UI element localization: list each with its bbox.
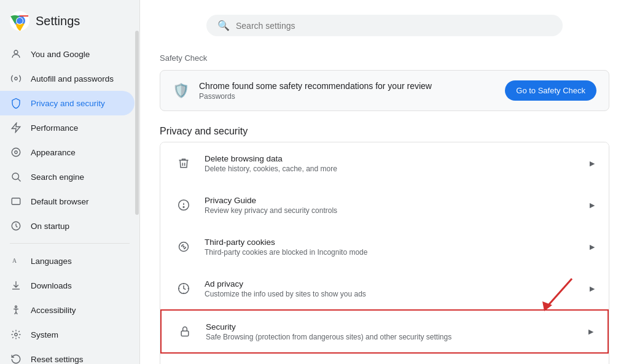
sidebar-label-search-engine: Search engine xyxy=(31,172,84,182)
search-icon: 🔍 xyxy=(217,20,230,31)
sidebar-divider xyxy=(10,243,130,244)
row-chevron-delete-browsing-data: ► xyxy=(588,158,596,168)
sidebar-item-you-and-google[interactable]: You and Google xyxy=(0,42,135,66)
settings-row-wrap-site-settings: Site settingsControls what information s… xyxy=(160,354,609,364)
row-desc-security: Safe Browsing (protection from dangerous… xyxy=(206,333,582,341)
sidebar-item-search-engine[interactable]: Search engine xyxy=(0,165,135,189)
row-icon-ad-privacy xyxy=(173,277,195,300)
safety-shield-icon: 🛡️ xyxy=(173,83,189,99)
row-icon-delete-browsing-data xyxy=(173,152,195,174)
sidebar-icon-privacy xyxy=(10,97,22,109)
settings-row-ad-privacy[interactable]: Ad privacyCustomize the info used by sit… xyxy=(160,268,609,309)
svg-line-9 xyxy=(18,179,20,181)
settings-row-site-settings[interactable]: Site settingsControls what information s… xyxy=(160,354,609,364)
svg-rect-10 xyxy=(12,198,20,205)
sidebar-label-system: System xyxy=(31,330,58,339)
sidebar-item-performance[interactable]: Performance xyxy=(0,115,135,140)
sidebar-icon-on-startup xyxy=(10,220,22,232)
sidebar-item-downloads[interactable]: Downloads xyxy=(0,273,135,298)
settings-row-privacy-guide[interactable]: Privacy GuideReview key privacy and secu… xyxy=(160,184,609,226)
row-title-ad-privacy: Ad privacy xyxy=(205,279,583,288)
row-icon-security xyxy=(174,320,196,343)
svg-point-3 xyxy=(17,18,23,24)
chrome-logo-icon xyxy=(10,11,29,31)
sidebar-item-appearance[interactable]: Appearance xyxy=(0,140,135,165)
settings-row-third-party-cookies[interactable]: Third-party cookiesThird-party cookies a… xyxy=(160,226,609,268)
sidebar-icon-appearance xyxy=(10,146,22,158)
sidebar-icon-search-engine xyxy=(10,171,22,183)
search-input[interactable] xyxy=(236,21,552,31)
safety-check-title: Chrome found some safety recommendations… xyxy=(199,81,495,91)
sidebar-label-appearance: Appearance xyxy=(31,148,76,157)
sidebar-items-container: You and GoogleAutofill and passwordsPriv… xyxy=(0,42,139,364)
row-icon-privacy-guide xyxy=(173,194,195,216)
row-desc-ad-privacy: Customize the info used by sites to show… xyxy=(205,290,583,298)
sidebar-label-you-and-google: You and Google xyxy=(31,50,90,59)
svg-point-18 xyxy=(15,333,18,336)
safety-check-label: Safety Check xyxy=(160,53,609,63)
settings-row-wrap-security: SecuritySafe Browsing (protection from d… xyxy=(160,309,609,354)
sidebar: Settings You and GoogleAutofill and pass… xyxy=(0,0,140,364)
sidebar-icon-default-browser xyxy=(10,195,22,207)
sidebar-header: Settings xyxy=(0,5,139,42)
svg-point-4 xyxy=(14,50,18,54)
row-icon-third-party-cookies xyxy=(173,236,195,258)
svg-point-8 xyxy=(12,173,19,180)
row-text-third-party-cookies: Third-party cookiesThird-party cookies a… xyxy=(205,238,583,257)
main-content: 🔍 Safety Check 🛡️ Chrome found some safe… xyxy=(140,0,629,364)
safety-check-text: Chrome found some safety recommendations… xyxy=(199,81,495,101)
safety-check-subtitle: Passwords xyxy=(199,92,495,101)
sidebar-icon-languages: A xyxy=(10,255,22,267)
sidebar-label-downloads: Downloads xyxy=(31,281,72,290)
row-title-third-party-cookies: Third-party cookies xyxy=(205,238,583,247)
sidebar-item-default-browser[interactable]: Default browser xyxy=(0,189,135,214)
sidebar-item-autofill[interactable]: Autofill and passwords xyxy=(0,66,135,91)
row-chevron-third-party-cookies: ► xyxy=(588,242,596,252)
sidebar-label-accessibility: Accessibility xyxy=(31,306,76,315)
svg-point-5 xyxy=(15,77,18,80)
privacy-section-title: Privacy and security xyxy=(160,126,609,137)
row-desc-third-party-cookies: Third-party cookies are blocked in Incog… xyxy=(205,248,583,257)
row-desc-privacy-guide: Review key privacy and security controls xyxy=(205,206,583,215)
settings-row-security[interactable]: SecuritySafe Browsing (protection from d… xyxy=(160,309,609,354)
sidebar-icon-autofill xyxy=(10,72,22,85)
svg-text:A: A xyxy=(12,257,17,264)
settings-row-delete-browsing-data[interactable]: Delete browsing dataDelete history, cook… xyxy=(160,142,609,184)
sidebar-item-reset-settings[interactable]: Reset settings xyxy=(0,347,135,364)
privacy-settings-list: Delete browsing dataDelete history, cook… xyxy=(160,142,609,364)
sidebar-label-on-startup: On startup xyxy=(31,222,69,231)
svg-point-23 xyxy=(183,246,184,247)
sidebar-label-performance: Performance xyxy=(31,123,78,133)
svg-point-16 xyxy=(15,306,17,308)
sidebar-icon-system xyxy=(10,328,22,341)
sidebar-item-on-startup[interactable]: On startup xyxy=(0,214,135,238)
sidebar-item-accessibility[interactable]: Accessibility xyxy=(0,298,135,322)
sidebar-icon-downloads xyxy=(10,279,22,292)
row-title-privacy-guide: Privacy Guide xyxy=(205,196,583,205)
sidebar-label-reset-settings: Reset settings xyxy=(31,355,84,364)
sidebar-item-system[interactable]: System xyxy=(0,322,135,347)
svg-point-6 xyxy=(12,148,20,157)
app-title: Settings xyxy=(36,14,80,28)
settings-row-wrap-privacy-guide: Privacy GuideReview key privacy and secu… xyxy=(160,184,609,226)
settings-row-wrap-third-party-cookies: Third-party cookiesThird-party cookies a… xyxy=(160,226,609,268)
sidebar-label-default-browser: Default browser xyxy=(31,197,89,206)
row-text-ad-privacy: Ad privacyCustomize the info used by sit… xyxy=(205,279,583,298)
row-chevron-privacy-guide: ► xyxy=(588,200,596,210)
safety-check-card: 🛡️ Chrome found some safety recommendati… xyxy=(160,70,609,111)
safety-check-button[interactable]: Go to Safety Check xyxy=(505,80,596,101)
sidebar-icon-accessibility xyxy=(10,304,22,316)
scrollbar[interactable] xyxy=(135,31,139,215)
sidebar-icon-you-and-google xyxy=(10,48,22,60)
sidebar-label-languages: Languages xyxy=(31,257,72,266)
settings-row-wrap-delete-browsing-data: Delete browsing dataDelete history, cook… xyxy=(160,142,609,184)
row-chevron-ad-privacy: ► xyxy=(588,284,596,293)
svg-point-7 xyxy=(15,151,18,154)
row-chevron-security: ► xyxy=(587,327,595,336)
svg-point-21 xyxy=(183,207,184,208)
sidebar-icon-reset-settings xyxy=(10,353,22,364)
sidebar-item-languages[interactable]: ALanguages xyxy=(0,249,135,273)
sidebar-item-privacy[interactable]: Privacy and security xyxy=(0,91,135,115)
sidebar-icon-performance xyxy=(10,122,22,134)
row-text-privacy-guide: Privacy GuideReview key privacy and secu… xyxy=(205,196,583,215)
